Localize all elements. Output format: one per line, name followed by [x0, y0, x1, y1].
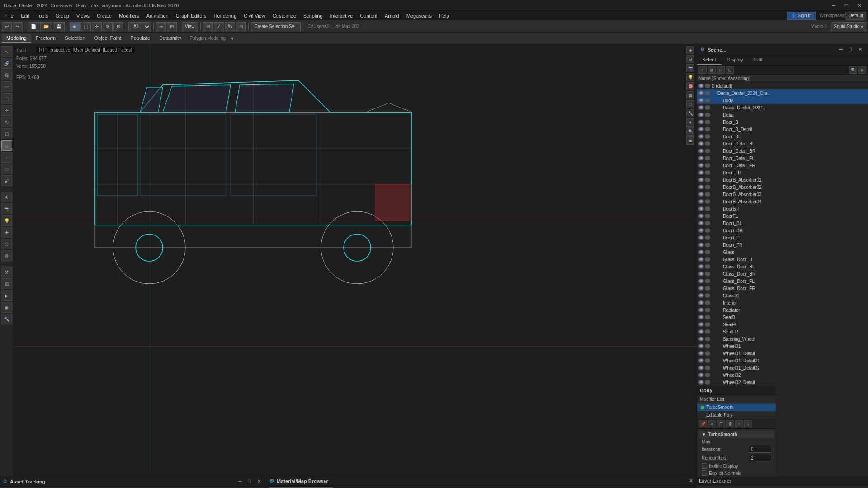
at-close[interactable]: ✕ [255, 478, 264, 485]
render-icon[interactable] [705, 192, 710, 197]
visibility-icon[interactable]: 👁 [698, 149, 704, 153]
visibility-icon[interactable]: 👁 [698, 185, 704, 189]
scene-list-item[interactable]: 👁DoorB_Absorber03 [697, 191, 868, 198]
render-icon[interactable] [705, 185, 710, 189]
scale-button[interactable]: ⊡ [113, 22, 123, 31]
visibility-icon[interactable]: 👁 [698, 178, 704, 182]
vp-tool-7[interactable]: ⬡ [686, 100, 694, 108]
scene-tab-display[interactable]: Display [722, 55, 749, 65]
render-icon[interactable] [705, 344, 710, 348]
new-scene-button[interactable]: 📄 [28, 22, 39, 31]
utilities-panel[interactable]: 🔧 [1, 314, 12, 324]
menu-views[interactable]: Views [73, 12, 93, 19]
isoline-checkbox[interactable] [702, 463, 707, 469]
menu-rendering[interactable]: Rendering [210, 12, 241, 19]
scene-tab-select[interactable]: Select [697, 55, 722, 65]
se-invert-icon[interactable]: ⊟ [726, 66, 734, 74]
render-icon[interactable] [705, 380, 710, 385]
undo-button[interactable]: ↩ [2, 22, 12, 31]
scene-list-item[interactable]: 👁DoorB_Absorber02 [697, 183, 868, 191]
snap-toggle[interactable]: ⊞ [203, 22, 213, 31]
render-iters-input[interactable] [749, 455, 771, 461]
render-icon[interactable] [705, 351, 710, 356]
visibility-icon[interactable]: 👁 [698, 105, 704, 110]
render-icon[interactable] [705, 199, 710, 204]
scene-list-item[interactable]: 👁Dacia_Duster_2024_Cre... [697, 89, 868, 97]
visibility-icon[interactable]: 👁 [698, 235, 704, 240]
mb-close[interactable]: ✕ [689, 478, 693, 484]
squid-studio-btn[interactable]: Squid Studio v [831, 22, 867, 31]
render-icon[interactable] [705, 257, 710, 262]
scene-list-item[interactable]: 👁DoorB_Absorber04 [697, 198, 868, 205]
scene-list-item[interactable]: 👁Glass [697, 249, 868, 256]
visibility-icon[interactable]: 👁 [698, 358, 704, 363]
visibility-icon[interactable]: 👁 [698, 84, 704, 88]
visibility-icon[interactable]: 👁 [698, 214, 704, 218]
tab-selection[interactable]: Selection [60, 34, 90, 43]
save-button[interactable]: 💾 [53, 22, 65, 31]
scene-list-item[interactable]: 👁Glass_Door_BL [697, 263, 868, 270]
mod-env-icon[interactable]: ⊡ [717, 420, 725, 427]
scene-list-item[interactable]: 👁DoorI_FR [697, 241, 868, 249]
mod-del-icon[interactable]: 🗑 [726, 420, 734, 427]
visibility-icon[interactable]: 👁 [698, 141, 704, 146]
mod-param-icon[interactable]: ≡ [708, 420, 716, 427]
scene-list-item[interactable]: 👁Steering_Wheel [697, 335, 868, 343]
move-tool[interactable]: ✛ [1, 105, 12, 116]
menu-create[interactable]: Create [93, 12, 115, 19]
visibility-icon[interactable]: 👁 [698, 228, 704, 233]
visibility-icon[interactable]: 👁 [698, 264, 704, 269]
scene-list-item[interactable]: 👁DoorI_FL [697, 234, 868, 241]
minimize-button[interactable]: ─ [829, 1, 839, 9]
scene-list-item[interactable]: 👁DoorFL [697, 212, 868, 220]
render-icon[interactable] [705, 98, 710, 103]
mod-up-icon[interactable]: ↑ [735, 420, 743, 427]
render-icon[interactable] [705, 337, 710, 341]
scene-list-item[interactable]: 👁Wheel01_Detail02 [697, 364, 868, 371]
render-icon[interactable] [705, 235, 710, 240]
tab-object-paint[interactable]: Object Paint [90, 34, 126, 43]
maximize-button[interactable]: □ [842, 1, 851, 9]
vp-tool-11[interactable]: ☰ [686, 136, 694, 145]
scene-list-item[interactable]: 👁Wheel01_Detail [697, 350, 868, 357]
mod-pin-icon[interactable]: 📌 [699, 420, 707, 427]
shape-tool[interactable]: ⬡ [1, 239, 12, 249]
visibility-icon[interactable]: 👁 [698, 156, 704, 160]
menu-graph-editors[interactable]: Graph Editors [172, 12, 210, 19]
mirror-button[interactable]: ⇔ [156, 22, 166, 31]
tab-datasmith[interactable]: Datasmith [155, 34, 186, 43]
visibility-icon[interactable]: 👁 [698, 272, 704, 276]
close-button[interactable]: ✕ [854, 1, 864, 9]
scene-list-item[interactable]: 👁Glass_Door_FL [697, 277, 868, 285]
view-dropdown[interactable]: View [182, 22, 198, 31]
scene-list-item[interactable]: 👁Door_B_Detail [697, 126, 868, 133]
turbosmooth-section-header[interactable]: ▼ TurboSmooth [699, 431, 774, 438]
visibility-icon[interactable]: 👁 [698, 373, 704, 377]
rotate-button[interactable]: ↻ [103, 22, 113, 31]
menu-interactive[interactable]: Interactive [326, 12, 357, 19]
angle-snap[interactable]: ∠ [214, 22, 224, 31]
modify-panel[interactable]: ⚒ [1, 267, 12, 277]
visibility-icon[interactable]: 👁 [698, 344, 704, 348]
visibility-icon[interactable]: 👁 [698, 113, 704, 117]
render-icon[interactable] [705, 264, 710, 269]
scene-list-item[interactable]: 👁Dacia_Duster_2024... [697, 104, 868, 111]
at-minimize[interactable]: ─ [236, 478, 244, 485]
visibility-icon[interactable]: 👁 [698, 91, 704, 95]
menu-help[interactable]: Help [435, 12, 453, 19]
scene-list-item[interactable]: 👁Radiator [697, 306, 868, 314]
motion-panel[interactable]: ▶ [1, 290, 12, 301]
place-highlight[interactable]: ◦ [1, 152, 12, 163]
visibility-icon[interactable]: 👁 [698, 120, 704, 124]
render-icon[interactable] [705, 228, 710, 233]
vp-tool-9[interactable]: ▼ [686, 118, 694, 127]
explicit-normals-row[interactable]: Explicit Normals [699, 469, 774, 477]
menu-tools[interactable]: Tools [33, 12, 52, 19]
menu-group[interactable]: Group [52, 12, 73, 19]
scene-list-item[interactable]: 👁Glass_Door_FR [697, 285, 868, 292]
se-config-icon[interactable]: ⚙ [858, 66, 866, 74]
scene-list-item[interactable]: 👁Interior [697, 299, 868, 306]
render-icon[interactable] [705, 91, 710, 95]
render-icon[interactable] [705, 221, 710, 225]
tab-populate[interactable]: Populate [126, 34, 154, 43]
